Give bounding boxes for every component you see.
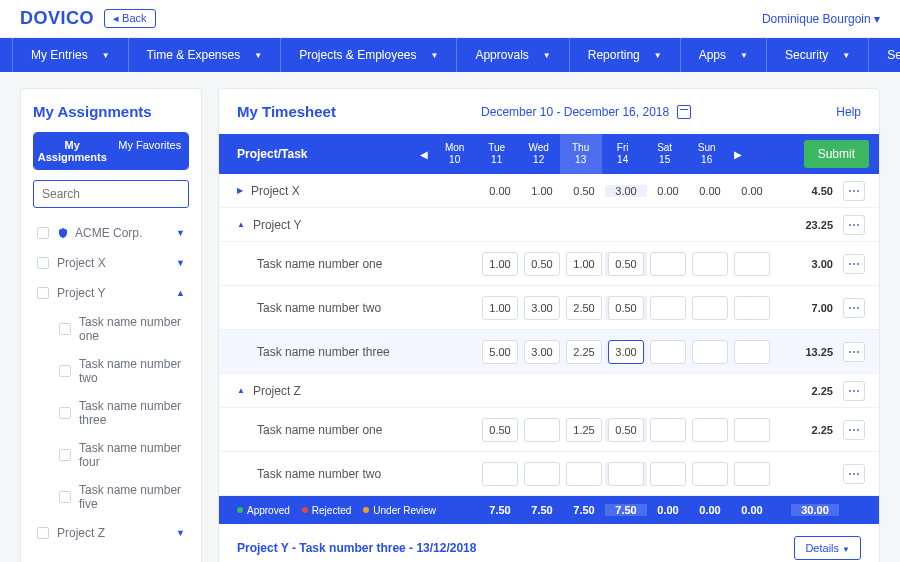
- search-input[interactable]: [33, 180, 189, 208]
- checkbox[interactable]: [59, 491, 71, 503]
- time-input[interactable]: [482, 252, 518, 276]
- row-actions-button[interactable]: ⋯: [843, 298, 865, 318]
- time-input[interactable]: [482, 462, 518, 486]
- project-row[interactable]: ▲Project Z 2.25 ⋯: [219, 374, 879, 408]
- row-actions-button[interactable]: ⋯: [843, 381, 865, 401]
- time-input[interactable]: [566, 296, 602, 320]
- time-input[interactable]: [608, 296, 644, 320]
- tree-project-x[interactable]: Project X ▼: [33, 248, 189, 278]
- row-actions-button[interactable]: ⋯: [843, 181, 865, 201]
- tree-label: Task name number five: [79, 483, 185, 511]
- help-link[interactable]: Help: [836, 105, 861, 119]
- checkbox[interactable]: [59, 407, 71, 419]
- tree-task[interactable]: Task name number four: [55, 434, 189, 476]
- time-input[interactable]: [650, 296, 686, 320]
- time-input-selected[interactable]: [608, 340, 644, 364]
- time-input[interactable]: [524, 296, 560, 320]
- nav-approvals[interactable]: Approvals▼: [457, 38, 569, 72]
- time-input[interactable]: [692, 340, 728, 364]
- time-input[interactable]: [650, 462, 686, 486]
- time-input[interactable]: [734, 296, 770, 320]
- back-label: Back: [122, 12, 146, 24]
- tree-project-y[interactable]: Project Y ▲: [33, 278, 189, 308]
- : 7.50: [563, 504, 605, 516]
- tree-task[interactable]: Task name number three: [55, 392, 189, 434]
- row-actions-button[interactable]: ⋯: [843, 215, 865, 235]
- time-input[interactable]: [482, 418, 518, 442]
- nav-security[interactable]: Security▼: [767, 38, 869, 72]
- collapse-icon[interactable]: ▲: [237, 386, 245, 395]
- row-actions-button[interactable]: ⋯: [843, 254, 865, 274]
- nav-my-entries[interactable]: My Entries▼: [12, 38, 129, 72]
- time-input[interactable]: [692, 296, 728, 320]
- time-input[interactable]: [566, 418, 602, 442]
- back-button[interactable]: ◂ Back: [104, 9, 156, 28]
- checkbox[interactable]: [59, 365, 71, 377]
- time-input[interactable]: [524, 462, 560, 486]
- time-input[interactable]: [692, 462, 728, 486]
- nav-reporting[interactable]: Reporting▼: [570, 38, 681, 72]
- time-input[interactable]: [608, 462, 644, 486]
- row-actions-button[interactable]: ⋯: [843, 420, 865, 440]
- date-range-picker[interactable]: December 10 - December 16, 2018: [481, 105, 691, 119]
- checkbox[interactable]: [37, 227, 49, 239]
- expand-icon[interactable]: ▶: [237, 186, 243, 195]
- checkbox[interactable]: [37, 527, 49, 539]
- nav-time-expenses[interactable]: Time & Expenses▼: [129, 38, 282, 72]
- checkbox[interactable]: [37, 257, 49, 269]
- tree-acme[interactable]: ACME Corp. ▼: [33, 218, 189, 248]
- sidebar-title: My Assignments: [33, 103, 189, 120]
- nav-projects-employees[interactable]: Projects & Employees▼: [281, 38, 457, 72]
- time-input[interactable]: [524, 418, 560, 442]
- time-input[interactable]: [692, 252, 728, 276]
- submit-button[interactable]: Submit: [804, 140, 869, 168]
- time-input[interactable]: [650, 340, 686, 364]
- tab-my-assignments[interactable]: My Assignments: [34, 133, 111, 169]
- checkbox[interactable]: [59, 449, 71, 461]
- user-menu[interactable]: Dominique Bourgoin ▾: [762, 12, 880, 26]
- collapse-icon[interactable]: ▲: [176, 288, 185, 298]
- task-row: Task name number one 3.00 ⋯: [219, 242, 879, 286]
- collapse-icon[interactable]: ▲: [237, 220, 245, 229]
- tree-project-z[interactable]: Project Z ▼: [33, 518, 189, 548]
- header-day: Wed12: [518, 142, 560, 166]
- checkbox[interactable]: [59, 323, 71, 335]
- cell-ro: 0.50: [563, 185, 605, 197]
- time-input[interactable]: [734, 252, 770, 276]
- time-input[interactable]: [734, 462, 770, 486]
- nav-apps[interactable]: Apps▼: [681, 38, 767, 72]
- expand-icon[interactable]: ▼: [176, 528, 185, 538]
- time-input[interactable]: [650, 418, 686, 442]
- nav-label: Reporting: [588, 48, 640, 62]
- time-input[interactable]: [524, 340, 560, 364]
- time-input[interactable]: [566, 340, 602, 364]
- time-input[interactable]: [650, 252, 686, 276]
- row-actions-button[interactable]: ⋯: [843, 464, 865, 484]
- tab-my-favorites[interactable]: My Favorites: [111, 133, 189, 169]
- time-input[interactable]: [482, 340, 518, 364]
- details-button[interactable]: Details ▼: [794, 536, 861, 560]
- nav-label: Projects & Employees: [299, 48, 416, 62]
- project-row[interactable]: ▲Project Y 23.25 ⋯: [219, 208, 879, 242]
- checkbox[interactable]: [37, 287, 49, 299]
- tree-task[interactable]: Task name number one: [55, 308, 189, 350]
- nav-setup[interactable]: Setup▼: [869, 38, 900, 72]
- time-input[interactable]: [734, 340, 770, 364]
- prev-week-button[interactable]: ◀: [414, 149, 434, 160]
- project-row[interactable]: ▶Project X 0.00 1.00 0.50 3.00 0.00 0.00…: [219, 174, 879, 208]
- time-input[interactable]: [608, 252, 644, 276]
- time-input[interactable]: [482, 296, 518, 320]
- time-input[interactable]: [566, 252, 602, 276]
- expand-icon[interactable]: ▼: [176, 258, 185, 268]
- next-week-button[interactable]: ▶: [728, 149, 748, 160]
- time-input[interactable]: [566, 462, 602, 486]
- time-input[interactable]: [608, 418, 644, 442]
- time-input[interactable]: [692, 418, 728, 442]
- time-input[interactable]: [734, 418, 770, 442]
- tree-task[interactable]: Task name number five: [55, 476, 189, 518]
- expand-icon[interactable]: ▼: [176, 228, 185, 238]
- row-actions-button[interactable]: ⋯: [843, 342, 865, 362]
- time-input[interactable]: [524, 252, 560, 276]
- tree-task[interactable]: Task name number two: [55, 350, 189, 392]
- legend-review: Under Review: [363, 505, 436, 516]
